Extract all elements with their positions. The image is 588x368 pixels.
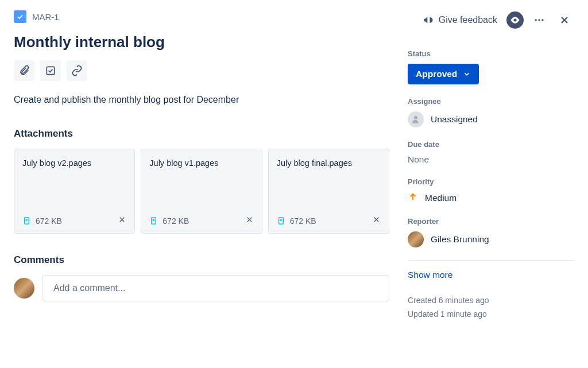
comment-placeholder: Add a comment... [53,283,125,293]
divider [408,260,574,261]
file-icon [22,216,31,225]
timestamps: Created 6 minutes ago Updated 1 minute a… [408,294,574,321]
current-user-avatar [14,278,34,299]
attachment-card[interactable]: July blog v2.pages 672 KB [14,149,135,234]
reporter-label: Reporter [408,217,574,226]
priority-label: Priority [408,177,574,186]
attachment-size: 672 KB [290,216,316,226]
svg-rect-0 [47,67,54,74]
duedate-value: None [408,154,429,165]
status-label: Status [408,49,574,58]
attachment-delete-button[interactable] [372,215,381,226]
svg-point-18 [541,19,543,21]
attachment-card[interactable]: July blog final.pages 672 KB [268,149,389,234]
priority-medium-icon [408,192,418,204]
priority-field[interactable]: Medium [408,192,574,204]
attachment-name: July blog v2.pages [22,158,126,168]
close-button[interactable] [555,10,574,30]
assignee-field[interactable]: Unassigned [408,111,574,127]
more-actions-button[interactable] [529,10,549,30]
file-icon [277,216,285,225]
attachment-delete-button[interactable] [118,215,126,226]
give-feedback-button[interactable]: Give feedback [419,11,501,29]
comments-heading: Comments [14,254,389,266]
show-more-link[interactable]: Show more [408,270,574,280]
close-icon [559,14,570,26]
attachment-delete-button[interactable] [245,215,254,226]
watch-button[interactable] [506,11,524,29]
attachment-size: 672 KB [36,216,62,226]
issue-key[interactable]: MAR-1 [32,12,59,22]
chevron-down-icon [463,70,471,78]
attachment-name: July blog final.pages [277,158,381,168]
issue-type-icon [14,10,26,23]
reporter-value: Giles Brunning [431,234,489,245]
assignee-label: Assignee [408,97,574,106]
issue-description[interactable]: Create and publish the monthly blog post… [14,95,389,105]
unassigned-avatar-icon [408,111,424,127]
attachment-card[interactable]: July blog v1.pages 672 KB [141,149,262,234]
feedback-label: Give feedback [439,15,497,25]
eye-icon [509,14,521,26]
file-icon [149,216,158,225]
updated-time: Updated 1 minute ago [408,308,574,321]
priority-value: Medium [425,193,457,203]
comment-input[interactable]: Add a comment... [42,275,389,301]
reporter-avatar [408,231,424,247]
add-child-button[interactable] [40,60,61,81]
svg-point-21 [414,116,417,119]
attach-button[interactable] [14,60,34,81]
status-dropdown[interactable]: Approved [408,64,479,84]
attachment-size: 672 KB [163,216,189,226]
svg-point-16 [535,19,537,21]
duedate-field[interactable]: None [408,154,574,165]
issue-title[interactable]: Monthly internal blog [14,33,389,51]
reporter-field[interactable]: Giles Brunning [408,231,574,247]
status-value: Approved [416,69,457,79]
megaphone-icon [423,14,434,26]
duedate-label: Due date [408,140,574,149]
dots-icon [533,14,545,26]
link-button[interactable] [67,60,87,81]
created-time: Created 6 minutes ago [408,294,574,308]
assignee-value: Unassigned [431,114,478,125]
attachments-heading: Attachments [14,128,389,140]
breadcrumb[interactable]: MAR-1 [14,10,59,23]
attachment-name: July blog v1.pages [149,158,253,168]
attachments-list: July blog v2.pages 672 KB July blog v1.p… [14,149,389,234]
svg-point-17 [538,19,540,21]
